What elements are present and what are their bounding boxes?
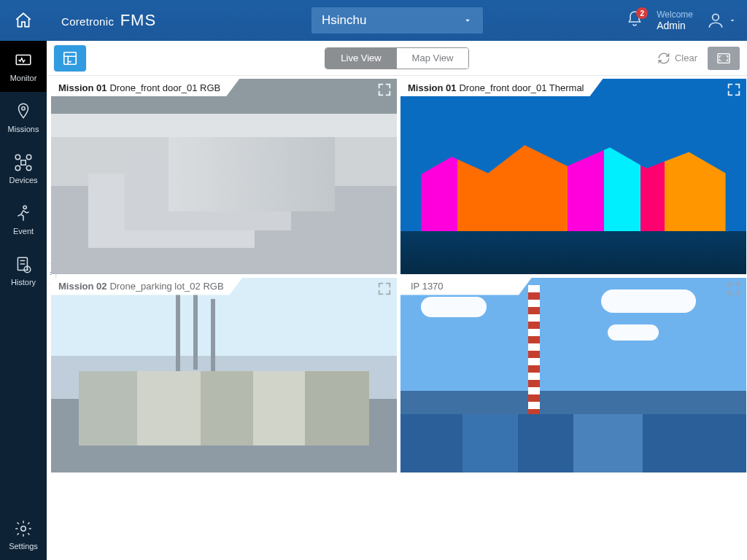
video-tile[interactable]: Mission 02 Drone_parking lot_02 RGB — [51, 278, 397, 473]
username: Admin — [657, 20, 693, 31]
toolbar: Live View Map View Clear — [47, 41, 747, 76]
sidebar-item-settings[interactable]: Settings — [0, 509, 47, 560]
tile-mission: Mission 01 — [58, 82, 107, 93]
caret-down-icon — [728, 16, 737, 25]
tile-title: IP 1370 — [411, 281, 444, 292]
sidebar: Monitor Missions Devices Event History S… — [0, 41, 47, 560]
tile-title: Drone_parking lot_02 RGB — [109, 281, 223, 292]
view-mode-toggle: Live View Map View — [325, 47, 469, 69]
svg-point-6 — [26, 166, 31, 171]
video-feed — [51, 278, 397, 473]
video-feed — [400, 79, 746, 274]
tile-label: IP 1370 — [400, 278, 532, 295]
tile-title: Drone_front door_01 Thermal — [459, 82, 584, 93]
clear-button[interactable]: Clear — [657, 52, 697, 65]
brand: Coretronic FMS — [61, 11, 156, 30]
header-right: 2 Welcome Admin — [626, 0, 737, 41]
sidebar-item-missions[interactable]: Missions — [0, 92, 47, 143]
svg-point-8 — [23, 206, 26, 209]
home-icon — [14, 11, 33, 30]
welcome-block: Welcome Admin — [657, 9, 693, 31]
clear-label: Clear — [675, 52, 697, 63]
tile-mission: Mission 01 — [408, 82, 456, 93]
map-pin-icon — [14, 102, 33, 121]
sidebar-item-label: Event — [13, 227, 34, 236]
brand-prefix: Coretronic — [61, 15, 114, 28]
fullscreen-button[interactable] — [708, 47, 740, 70]
expand-icon[interactable] — [376, 281, 392, 297]
video-feed — [400, 278, 746, 473]
svg-point-0 — [713, 14, 719, 20]
tile-label: Mission 01 Drone_front door_01 RGB — [51, 79, 239, 96]
expand-icon[interactable] — [726, 82, 742, 98]
app-header: Coretronic FMS Hsinchu 2 Welcome Admin — [0, 0, 747, 41]
tile-mission: Mission 02 — [58, 281, 107, 292]
tile-title: Drone_front door_01 RGB — [109, 82, 220, 93]
map-view-tab[interactable]: Map View — [397, 48, 468, 69]
sidebar-item-devices[interactable]: Devices — [0, 143, 47, 194]
live-view-tab[interactable]: Live View — [325, 48, 397, 69]
notifications-button[interactable]: 2 — [626, 10, 643, 31]
svg-rect-7 — [21, 160, 26, 165]
tile-label: Mission 02 Drone_parking lot_02 RGB — [51, 278, 243, 295]
video-tile[interactable]: Mission 01 Drone_front door_01 RGB — [51, 79, 397, 274]
brand-suffix: FMS — [120, 11, 156, 29]
expand-icon[interactable] — [726, 281, 742, 297]
sidebar-item-label: Missions — [8, 125, 39, 133]
caret-down-icon — [462, 15, 473, 26]
sidebar-item-event[interactable]: Event — [0, 194, 47, 245]
user-icon — [706, 11, 725, 30]
video-grid: Mission 01 Drone_front door_01 RGB Missi… — [51, 79, 746, 472]
refresh-icon — [657, 52, 670, 65]
svg-point-3 — [15, 155, 20, 160]
tile-label: Mission 01 Drone_front door_01 Thermal — [400, 79, 603, 96]
expand-icon[interactable] — [376, 82, 392, 98]
gear-icon — [14, 519, 33, 538]
sidebar-item-label: Monitor — [10, 74, 37, 82]
sidebar-item-monitor[interactable]: Monitor — [0, 41, 47, 92]
running-icon — [14, 204, 33, 223]
svg-rect-13 — [718, 53, 729, 63]
home-button[interactable] — [0, 0, 47, 41]
notification-badge: 2 — [636, 7, 648, 19]
svg-point-4 — [26, 155, 31, 160]
layout-icon — [62, 50, 78, 66]
drone-icon — [14, 153, 33, 172]
sidebar-item-label: History — [11, 278, 36, 287]
video-feed — [51, 79, 397, 274]
site-selected: Hsinchu — [322, 13, 366, 28]
sidebar-item-label: Devices — [9, 176, 37, 184]
sidebar-item-history[interactable]: History — [0, 245, 47, 296]
fullscreen-icon — [716, 52, 731, 64]
video-tile[interactable]: Mission 01 Drone_front door_01 Thermal — [400, 79, 746, 274]
monitor-icon — [14, 51, 33, 70]
svg-point-2 — [22, 106, 25, 109]
site-selector[interactable]: Hsinchu — [311, 7, 483, 34]
svg-point-11 — [21, 526, 26, 531]
history-icon — [14, 255, 33, 274]
video-tile[interactable]: IP 1370 — [400, 278, 746, 473]
layout-button[interactable] — [54, 45, 86, 71]
svg-rect-12 — [64, 52, 77, 64]
welcome-label: Welcome — [657, 9, 693, 20]
sidebar-item-label: Settings — [9, 542, 38, 551]
svg-point-5 — [15, 166, 20, 171]
user-menu-button[interactable] — [706, 11, 737, 30]
